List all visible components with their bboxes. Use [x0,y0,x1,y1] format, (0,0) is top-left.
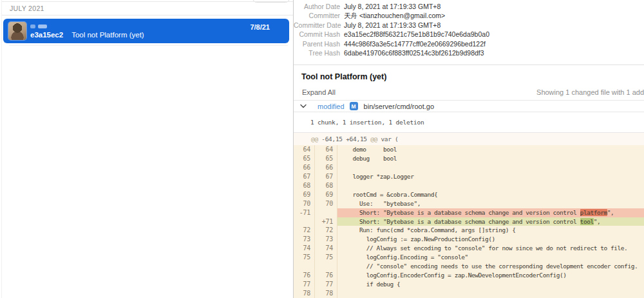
expand-all-button[interactable]: Expand All [302,88,336,96]
diff-line: // "console" encoding needs to use the c… [294,262,644,271]
new-line-number: 67 [315,172,337,181]
chevron-down-icon[interactable] [300,104,307,108]
changed-word: platform [580,209,607,216]
old-line-number: 73 [294,235,315,244]
hunk-context: var ( [377,135,399,143]
new-line-number: 75 [315,253,337,262]
diff-line: 7878 [294,289,644,298]
commit-details: Author DateJuly 8, 2021 at 17:19:33 GMT+… [294,2,644,57]
old-line-number: 76 [294,271,315,280]
old-line-number: 69 [294,190,315,199]
code-text: if debug { [337,280,644,289]
detail-row: Author DateJuly 8, 2021 at 17:19:33 GMT+… [294,2,644,11]
detail-label: Author Date [294,2,340,11]
changed-word: tool [580,218,594,225]
code-text [337,181,644,190]
old-line-number: -71 [294,208,315,217]
diff-line: 6565 debug bool [294,154,644,163]
old-line-number: 74 [294,244,315,253]
old-line-number: 66 [294,163,315,172]
code-text: logConfig.EncoderConfig = zap.NewDevelop… [337,271,644,280]
old-line-number: 68 [294,181,315,190]
diff-line: 7272 Run: func(cmd *cobra.Command, args … [294,226,644,235]
hunk-at-open: @@ [311,135,318,143]
diff-line: +71 Short: "Bytebase is a database schem… [294,217,644,226]
new-line-number: 77 [315,280,337,289]
code-text: Run: func(cmd *cobra.Command, args []str… [337,226,644,235]
diff-line: 7373 logConfig := zap.NewProductionConfi… [294,235,644,244]
code-text: // "console" encoding needs to use the c… [337,262,644,271]
code-text: Short: "Bytebase is a database schema ch… [337,208,644,217]
redacted-author-name [30,25,35,28]
old-line-number: 65 [294,154,315,163]
commit-short-hash: e3a15ec2 [30,30,63,39]
diff-line: 7070 Use: "bytebase", [294,199,644,208]
diff-line: 6767 logger *zap.Logger [294,172,644,181]
detail-value: 天舟 <tianzhouchen@gmail.com> [344,11,445,20]
panel-inset-border [1,0,2,298]
detail-row: Tree Hash6dabe419706c6f883ff02514c3bf261… [294,48,644,57]
changed-files-summary: Showing 1 changed file with 1 add [536,88,644,96]
diff-stats: 1 chunk, 1 insertion, 1 deletion [310,112,424,132]
commit-message-title: Tool not Platform (yet) [301,72,386,81]
code-text [337,289,644,298]
old-line-number: 72 [294,226,315,235]
code-text: Short: "Bytebase is a database schema ch… [337,217,644,226]
detail-label: Parent Hash [294,39,340,48]
detail-label: Committer Date [294,21,340,30]
redacted-author-name [38,25,47,28]
commit-detail-panel: Author DateJuly 8, 2021 at 17:19:33 GMT+… [294,0,644,298]
old-line-number: 75 [294,253,315,262]
modified-badge: M [350,102,358,110]
commit-list-item-selected[interactable]: 7/8/21 e3a15ec2 Tool not Platform (yet) [3,19,289,43]
code-text: rootCmd = &cobra.Command{ [337,190,644,199]
diff-line: 6868 [294,181,644,190]
detail-row: Committer DateJuly 8, 2021 at 17:19:33 G… [294,21,644,30]
old-line-number [294,262,315,271]
diff-line: 7777 if debug { [294,280,644,289]
new-line-number: +71 [315,217,337,226]
new-line-number: 64 [315,145,337,154]
commit-list-panel: JULY 2021 7/8/21 e3a15ec2 Tool not Platf… [0,0,293,298]
diff-line: 6464 demo bool [294,145,644,154]
file-path: bin/server/cmd/root.go [364,103,434,110]
detail-value: e3a15ec2f88f56321c75e1b81b9c740e6da9b0a0 [344,30,489,39]
diff-line: 7474 // Always set encoding to "console"… [294,244,644,253]
new-line-number: 66 [315,163,337,172]
hunk-header: @@ -64,15 +64,15 @@ var ( [294,133,644,145]
detail-value: July 8, 2021 at 17:19:33 GMT+8 [344,21,440,30]
old-line-number [294,217,315,226]
commit-date: 7/8/21 [250,23,270,32]
code-text [337,163,644,172]
code-text: logger *zap.Logger [337,172,644,181]
code-text: // Always set encoding to "console" for … [337,244,644,253]
new-line-number: 78 [315,289,337,298]
new-line-number: 74 [315,244,337,253]
code-text: Use: "bytebase", [337,199,644,208]
detail-label: Commit Hash [294,30,340,39]
new-line-number: 69 [315,190,337,199]
old-line-number: 78 [294,289,315,298]
commit-summary-line: e3a15ec2 Tool not Platform (yet) [30,30,144,39]
new-line-number [315,208,337,217]
author-avatar [8,22,26,40]
old-line-number: 64 [294,145,315,154]
detail-label: Tree Hash [294,48,340,57]
new-line-number: 68 [315,181,337,190]
list-row-separator [9,45,288,46]
old-line-number: 70 [294,199,315,208]
new-line-number: 70 [315,199,337,208]
code-text: logConfig := zap.NewProductionConfig() [337,235,644,244]
file-diff-header[interactable]: modified M bin/server/cmd/root.go [294,100,644,112]
new-line-number: 76 [315,271,337,280]
new-line-number: 65 [315,154,337,163]
code-text: debug bool [337,154,644,163]
detail-value: July 8, 2021 at 17:19:33 GMT+8 [344,2,440,11]
detail-row: Parent Hash444c986f3a3e5c14777cff0e2e066… [294,39,644,48]
code-text: logConfig.Encoding = "console" [337,253,644,262]
section-separator [294,65,644,65]
old-line-number: 67 [294,172,315,181]
hunk-at-close: @@ [370,135,377,143]
detail-row: Committer天舟 <tianzhouchen@gmail.com> [294,11,644,20]
new-line-number: 73 [315,235,337,244]
